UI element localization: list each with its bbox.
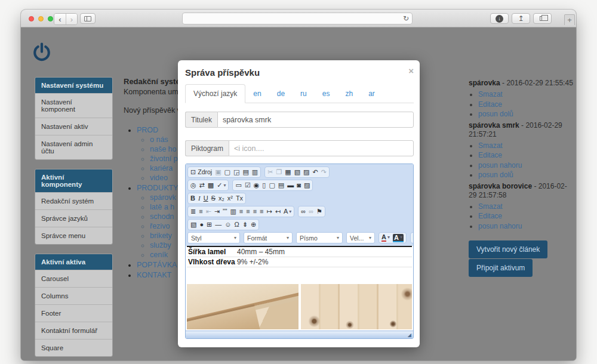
paste-text-button[interactable]: ▧: [294, 169, 300, 175]
tab-výchozí-jazyk[interactable]: Výchozí jazyk: [185, 84, 245, 103]
div-container-button[interactable]: ▥: [230, 208, 236, 215]
checkbox-button[interactable]: ☑: [245, 182, 251, 189]
new-tab-button[interactable]: +: [564, 14, 575, 25]
image-button-button[interactable]: ◙: [297, 182, 301, 189]
flash-button[interactable]: ●: [199, 221, 204, 228]
tree-link[interactable]: KONTAKT: [137, 271, 171, 279]
pictogram-input[interactable]: [229, 140, 414, 156]
table-insert-button[interactable]: ⊞: [207, 221, 212, 228]
article-action-link[interactable]: Editace: [478, 151, 502, 159]
article-action-link[interactable]: posun nahoru: [478, 161, 522, 169]
tree-link[interactable]: POPTÁVKA: [137, 261, 177, 269]
indent-button[interactable]: ⇥: [214, 208, 220, 215]
numbered-list-button[interactable]: ≣: [190, 208, 196, 215]
tree-sublink[interactable]: životní p: [150, 155, 178, 163]
attach-asset-button[interactable]: Připojit aktivum: [469, 259, 533, 277]
text-color-button[interactable]: A: [381, 234, 390, 242]
bold-button[interactable]: B: [190, 195, 195, 202]
title-input[interactable]: [217, 112, 414, 128]
tab-es[interactable]: es: [315, 85, 338, 103]
image-insert-button[interactable]: ▧: [190, 221, 196, 228]
templates-button[interactable]: ▥: [252, 169, 258, 175]
close-icon[interactable]: ×: [408, 67, 414, 75]
tree-sublink[interactable]: řezivo: [150, 222, 170, 230]
sidebar-item[interactable]: Nastavení aktiv: [35, 118, 112, 135]
sidebar-item[interactable]: Správce menu: [35, 227, 112, 244]
page-break-button[interactable]: ⇟: [242, 221, 248, 228]
tab-ru[interactable]: ru: [293, 85, 315, 103]
select-field-button[interactable]: ▤: [278, 182, 284, 189]
print-button[interactable]: ▤: [242, 169, 248, 175]
blockquote-button[interactable]: ””: [223, 208, 227, 215]
iframe-button[interactable]: ⊕: [251, 221, 256, 228]
preview-button[interactable]: ◲: [233, 169, 239, 175]
source-button[interactable]: ⊡Zdroj: [190, 169, 212, 175]
back-button[interactable]: ‹: [54, 14, 66, 24]
article-action-link[interactable]: posun dolů: [478, 110, 513, 118]
tab-zh[interactable]: zh: [337, 85, 361, 103]
find-button[interactable]: ◎: [190, 182, 196, 189]
sidebar-group-header[interactable]: Aktivní komponenty: [35, 169, 112, 192]
font-dropdown[interactable]: Písmo: [296, 232, 343, 243]
tree-link[interactable]: PRODUKTY: [137, 184, 178, 192]
tree-sublink[interactable]: spárovk: [150, 193, 176, 202]
format-dropdown[interactable]: Formát: [244, 232, 293, 243]
article-action-link[interactable]: posun dolů: [478, 171, 513, 179]
align-right-button[interactable]: ≡: [253, 208, 257, 215]
language-button[interactable]: A: [284, 208, 291, 215]
sidebar-item[interactable]: Kontaktní formulář: [35, 322, 112, 339]
reload-icon[interactable]: ↻: [403, 14, 409, 23]
undo-button[interactable]: ↶: [313, 169, 318, 175]
zoom-window-button[interactable]: [48, 16, 53, 21]
maximize-button[interactable]: ⇱: [413, 235, 414, 241]
new-page-button[interactable]: ▢: [224, 169, 230, 175]
text-ltr-button[interactable]: ↦: [267, 208, 272, 215]
power-icon[interactable]: [32, 42, 51, 63]
paste-button[interactable]: ▦: [285, 169, 291, 175]
sidebar-group-header[interactable]: Nastavení systému: [35, 78, 112, 93]
article-action-link[interactable]: Smazat: [478, 141, 503, 150]
spell-check-button[interactable]: ✓: [217, 182, 226, 189]
strike-button[interactable]: S: [211, 195, 216, 202]
resize-handle-icon[interactable]: ◢: [408, 333, 411, 338]
subscript-button[interactable]: x₂: [219, 195, 224, 202]
forward-button[interactable]: ›: [66, 14, 77, 24]
form-button[interactable]: ▭: [235, 182, 241, 189]
special-char-button[interactable]: Ω: [235, 221, 239, 228]
sidebar-item[interactable]: Nastavení admin účtu: [35, 135, 112, 159]
style-dropdown[interactable]: Styl: [187, 232, 240, 243]
link-button[interactable]: ∞: [301, 208, 306, 215]
tree-link[interactable]: PROD: [137, 126, 158, 134]
sidebar-item[interactable]: Columns: [35, 287, 112, 304]
tree-sublink[interactable]: latě a h: [150, 203, 174, 211]
sidebar-item[interactable]: Správce jazyků: [35, 209, 112, 227]
size-dropdown[interactable]: Vel...: [346, 232, 375, 243]
anchor-button[interactable]: ⚑: [316, 208, 322, 215]
tree-sublink[interactable]: naše ho: [150, 145, 176, 153]
article-action-link[interactable]: posun nahoru: [478, 222, 522, 230]
downloads-button[interactable]: ↓: [490, 13, 509, 24]
form-button-button[interactable]: ▬: [287, 182, 294, 189]
close-window-button[interactable]: [29, 16, 34, 21]
align-left-button[interactable]: ≡: [239, 208, 243, 215]
tab-overview-button[interactable]: [533, 13, 552, 24]
paste-word-button[interactable]: ▨: [303, 169, 309, 175]
smiley-button[interactable]: ☺: [224, 221, 231, 228]
sidebar-item[interactable]: Carousel: [35, 270, 112, 287]
text-rtl-button[interactable]: ↤: [275, 208, 281, 215]
tree-sublink[interactable]: schodn: [150, 212, 174, 221]
tree-sublink[interactable]: o nás: [150, 135, 168, 144]
tree-sublink[interactable]: brikety: [150, 232, 172, 240]
text-field-button[interactable]: ▯: [262, 182, 266, 189]
remove-format-button[interactable]: Tx: [236, 195, 243, 202]
minimize-window-button[interactable]: [38, 16, 44, 21]
sidebar-toggle-button[interactable]: [80, 13, 96, 24]
sidebar-item[interactable]: Square: [35, 339, 112, 356]
horizontal-rule-button[interactable]: —: [215, 221, 221, 228]
sidebar-item[interactable]: Footer: [35, 304, 112, 322]
tree-sublink[interactable]: ceník: [150, 251, 168, 259]
tree-sublink[interactable]: kariéra: [150, 164, 173, 172]
hidden-field-button[interactable]: ▨: [304, 182, 310, 189]
sidebar-item[interactable]: Redakční systém: [35, 192, 112, 209]
sidebar-group-header[interactable]: Aktivní aktiva: [35, 254, 112, 270]
